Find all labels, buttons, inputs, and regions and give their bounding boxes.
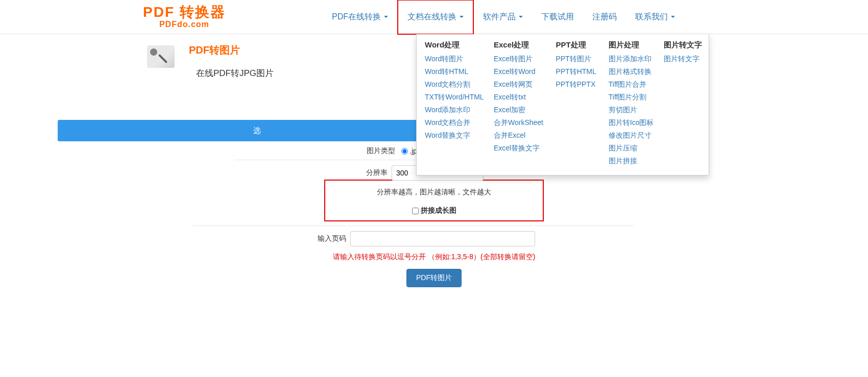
doc-convert-megamenu: Word处理Word转图片Word转HTMLWord文档分割TXT转Word/H… xyxy=(416,34,709,175)
megamenu-link[interactable]: PPT转PPTX xyxy=(556,80,597,89)
megamenu-col-4: 图片转文字图片转文字 xyxy=(664,40,701,166)
pages-row: 输入页码 xyxy=(193,225,634,246)
megamenu-heading: Excel处理 xyxy=(494,40,544,50)
nav-item-label: 下载试用 xyxy=(541,12,574,22)
megamenu-link[interactable]: Word添加水印 xyxy=(425,106,483,115)
megamenu-link[interactable]: 图片添加水印 xyxy=(609,55,653,64)
megamenu-link[interactable]: PPT转HTML xyxy=(556,67,597,77)
main-nav: PDF在线转换文档在线转换软件产品下载试用注册码联系我们 xyxy=(323,0,684,35)
logo-title: PDF 转换器 xyxy=(143,5,226,20)
pages-input[interactable] xyxy=(350,231,535,246)
megamenu-col-1: Excel处理Excel转图片Excel转WordExcel转网页Excel转t… xyxy=(494,40,544,166)
megamenu-link[interactable]: PPT转图片 xyxy=(556,55,597,64)
caret-icon xyxy=(460,16,464,18)
megamenu-link[interactable]: 合并Excel xyxy=(494,131,544,140)
nav-item-label: PDF在线转换 xyxy=(332,12,381,22)
megamenu-link[interactable]: 图片转文字 xyxy=(664,55,701,64)
megamenu-link[interactable]: Word转HTML xyxy=(425,67,483,77)
image-type-label: 图片类型 xyxy=(367,146,395,156)
megamenu-col-0: Word处理Word转图片Word转HTMLWord文档分割TXT转Word/H… xyxy=(425,40,483,166)
megamenu-link[interactable]: 图片格式转换 xyxy=(609,67,653,77)
megamenu-link[interactable]: Tiff图片合并 xyxy=(609,80,653,89)
megamenu-link[interactable]: 合并WorkSheet xyxy=(494,118,544,128)
concat-label: 拼接成长图 xyxy=(421,206,456,215)
header: PDF 转换器 PDFdo.com PDF在线转换文档在线转换软件产品下载试用注… xyxy=(0,0,868,34)
nav-item-label: 文档在线转换 xyxy=(407,12,456,22)
nav-item-5[interactable]: 联系我们 xyxy=(626,1,684,34)
megamenu-heading: 图片处理 xyxy=(609,40,653,50)
megamenu-link[interactable]: Excel转txt xyxy=(494,93,544,102)
megamenu-link[interactable]: Word文档合并 xyxy=(425,118,483,128)
tool-icon xyxy=(147,45,175,68)
resolution-label: 分辨率 xyxy=(234,168,388,178)
nav-item-label: 联系我们 xyxy=(635,12,668,22)
concat-checkbox[interactable] xyxy=(412,208,419,214)
logo-subtitle: PDFdo.com xyxy=(159,20,209,29)
megamenu-col-3: 图片处理图片添加水印图片格式转换Tiff图片合并Tiff图片分割剪切图片图片转I… xyxy=(609,40,653,166)
megamenu-link[interactable]: Word文档分割 xyxy=(425,80,483,89)
caret-icon xyxy=(384,16,388,18)
megamenu-link[interactable]: Excel转图片 xyxy=(494,55,544,64)
highlighted-options-box: 分辨率越高，图片越清晰，文件越大 拼接成长图 xyxy=(324,180,544,221)
megamenu-link[interactable]: Excel转Word xyxy=(494,67,544,77)
nav-item-1[interactable]: 文档在线转换 xyxy=(397,0,474,35)
megamenu-link[interactable]: TXT转Word/HTML xyxy=(425,93,483,102)
caret-icon xyxy=(671,16,675,18)
megamenu-link[interactable]: Excel替换文字 xyxy=(494,144,544,153)
megamenu-heading: PPT处理 xyxy=(556,40,597,50)
upload-button[interactable]: 选 xyxy=(58,120,456,141)
megamenu-col-2: PPT处理PPT转图片PPT转HTMLPPT转PPTX xyxy=(556,40,597,166)
resolution-hint: 分辨率越高，图片越清晰，文件越大 xyxy=(325,188,543,197)
megamenu-link[interactable]: Excel转网页 xyxy=(494,80,544,89)
megamenu-link[interactable]: Excel加密 xyxy=(494,106,544,115)
submit-button[interactable]: PDF转图片 xyxy=(406,269,462,287)
megamenu-link[interactable]: 剪切图片 xyxy=(609,106,653,115)
caret-icon xyxy=(519,16,523,18)
megamenu-heading: 图片转文字 xyxy=(664,40,701,50)
logo[interactable]: PDF 转换器 PDFdo.com xyxy=(143,5,226,30)
page-subtitle: 在线PDF转JPG图片 xyxy=(196,67,274,79)
nav-item-3[interactable]: 下载试用 xyxy=(532,1,583,34)
megamenu-link[interactable]: 图片转Ico图标 xyxy=(609,118,653,128)
megamenu-heading: Word处理 xyxy=(425,40,483,50)
nav-item-2[interactable]: 软件产品 xyxy=(474,1,532,34)
megamenu-link[interactable]: Word转图片 xyxy=(425,55,483,64)
pages-hint: 请输入待转换页码以逗号分开 （例如:1,3,5-8）(全部转换请留空) xyxy=(234,253,634,262)
megamenu-link[interactable]: Tiff图片分割 xyxy=(609,93,653,102)
nav-item-4[interactable]: 注册码 xyxy=(583,1,626,34)
megamenu-link[interactable]: 图片拼接 xyxy=(609,157,653,166)
concat-checkbox-row: 拼接成长图 xyxy=(325,206,543,215)
nav-item-label: 软件产品 xyxy=(483,12,516,22)
megamenu-link[interactable]: Word替换文字 xyxy=(425,131,483,140)
nav-item-label: 注册码 xyxy=(592,12,617,22)
nav-item-0[interactable]: PDF在线转换 xyxy=(323,1,397,34)
pages-label: 输入页码 xyxy=(193,234,346,243)
megamenu-link[interactable]: 图片压缩 xyxy=(609,144,653,153)
page-title: PDF转图片 xyxy=(189,43,274,57)
image-type-radio[interactable] xyxy=(401,148,408,155)
megamenu-link[interactable]: 修改图片尺寸 xyxy=(609,131,653,140)
